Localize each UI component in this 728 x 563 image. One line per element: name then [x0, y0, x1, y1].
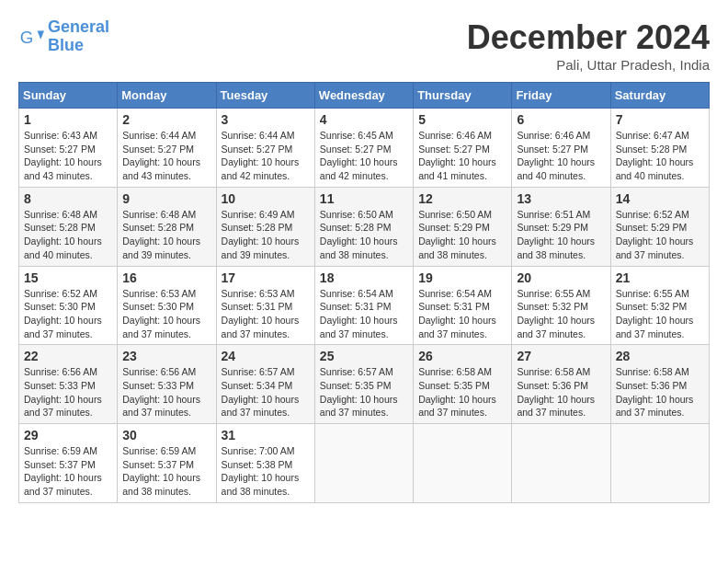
calendar-cell: 16Sunrise: 6:53 AM Sunset: 5:30 PM Dayli… — [118, 266, 216, 345]
day-info: Sunrise: 6:44 AM Sunset: 5:27 PM Dayligh… — [122, 129, 210, 183]
day-number: 8 — [24, 191, 112, 206]
calendar-cell: 2Sunrise: 6:44 AM Sunset: 5:27 PM Daylig… — [118, 109, 216, 188]
day-number: 5 — [418, 112, 506, 127]
day-number: 3 — [222, 112, 310, 127]
day-number: 9 — [122, 191, 210, 206]
day-number: 20 — [517, 270, 605, 285]
day-info: Sunrise: 6:54 AM Sunset: 5:31 PM Dayligh… — [320, 287, 408, 341]
calendar-cell: 27Sunrise: 6:58 AM Sunset: 5:36 PM Dayli… — [512, 345, 610, 424]
day-number: 29 — [24, 428, 112, 442]
day-number: 11 — [320, 191, 408, 206]
calendar-cell: 1Sunrise: 6:43 AM Sunset: 5:27 PM Daylig… — [19, 109, 118, 188]
day-number: 4 — [320, 112, 408, 127]
calendar-cell: 25Sunrise: 6:57 AM Sunset: 5:35 PM Dayli… — [314, 345, 413, 424]
calendar-cell: 24Sunrise: 6:57 AM Sunset: 5:34 PM Dayli… — [216, 345, 314, 424]
calendar-cell: 12Sunrise: 6:50 AM Sunset: 5:29 PM Dayli… — [414, 187, 512, 266]
calendar-cell: 10Sunrise: 6:49 AM Sunset: 5:28 PM Dayli… — [216, 187, 314, 266]
day-info: Sunrise: 6:46 AM Sunset: 5:27 PM Dayligh… — [418, 129, 506, 183]
day-number: 7 — [616, 112, 704, 127]
calendar-cell: 15Sunrise: 6:52 AM Sunset: 5:30 PM Dayli… — [19, 266, 118, 345]
logo: G General Blue — [18, 18, 109, 55]
logo-line1: General — [48, 17, 109, 36]
day-info: Sunrise: 6:49 AM Sunset: 5:28 PM Dayligh… — [222, 208, 310, 262]
day-info: Sunrise: 7:00 AM Sunset: 5:38 PM Dayligh… — [222, 444, 310, 499]
calendar-cell: 21Sunrise: 6:55 AM Sunset: 5:32 PM Dayli… — [610, 266, 709, 345]
calendar-cell — [314, 424, 413, 503]
day-number: 18 — [320, 270, 408, 285]
logo-icon: G — [18, 24, 44, 50]
calendar-cell: 18Sunrise: 6:54 AM Sunset: 5:31 PM Dayli… — [314, 266, 413, 345]
calendar-cell: 28Sunrise: 6:58 AM Sunset: 5:36 PM Dayli… — [610, 345, 709, 424]
calendar-cell: 9Sunrise: 6:48 AM Sunset: 5:28 PM Daylig… — [118, 187, 216, 266]
day-info: Sunrise: 6:52 AM Sunset: 5:30 PM Dayligh… — [24, 287, 112, 341]
day-info: Sunrise: 6:48 AM Sunset: 5:28 PM Dayligh… — [24, 208, 112, 262]
day-info: Sunrise: 6:48 AM Sunset: 5:28 PM Dayligh… — [122, 208, 210, 262]
day-info: Sunrise: 6:43 AM Sunset: 5:27 PM Dayligh… — [24, 129, 112, 183]
svg-text:G: G — [20, 27, 34, 46]
day-info: Sunrise: 6:45 AM Sunset: 5:27 PM Dayligh… — [320, 129, 408, 183]
header-friday: Friday — [512, 83, 610, 109]
header-saturday: Saturday — [610, 83, 709, 109]
day-number: 22 — [24, 349, 112, 363]
calendar-cell — [414, 424, 512, 503]
day-info: Sunrise: 6:57 AM Sunset: 5:35 PM Dayligh… — [320, 365, 408, 419]
title-block: December 2024 Pali, Uttar Pradesh, India — [467, 18, 710, 73]
calendar-cell: 5Sunrise: 6:46 AM Sunset: 5:27 PM Daylig… — [414, 109, 512, 188]
day-number: 16 — [122, 270, 210, 285]
svg-marker-1 — [38, 30, 44, 39]
day-info: Sunrise: 6:59 AM Sunset: 5:37 PM Dayligh… — [24, 444, 112, 499]
day-info: Sunrise: 6:50 AM Sunset: 5:29 PM Dayligh… — [418, 208, 506, 262]
day-number: 19 — [418, 270, 506, 285]
calendar-cell: 13Sunrise: 6:51 AM Sunset: 5:29 PM Dayli… — [512, 187, 610, 266]
day-number: 21 — [616, 270, 704, 285]
month-title: December 2024 — [467, 18, 710, 57]
day-info: Sunrise: 6:53 AM Sunset: 5:31 PM Dayligh… — [222, 287, 310, 341]
calendar-cell: 7Sunrise: 6:47 AM Sunset: 5:28 PM Daylig… — [610, 109, 709, 188]
header-sunday: Sunday — [19, 83, 118, 109]
day-info: Sunrise: 6:58 AM Sunset: 5:35 PM Dayligh… — [418, 365, 506, 419]
calendar-cell: 14Sunrise: 6:52 AM Sunset: 5:29 PM Dayli… — [610, 187, 709, 266]
day-number: 14 — [616, 191, 704, 206]
calendar-cell: 11Sunrise: 6:50 AM Sunset: 5:28 PM Dayli… — [314, 187, 413, 266]
day-info: Sunrise: 6:55 AM Sunset: 5:32 PM Dayligh… — [517, 287, 605, 341]
calendar-cell: 29Sunrise: 6:59 AM Sunset: 5:37 PM Dayli… — [19, 424, 118, 503]
day-info: Sunrise: 6:58 AM Sunset: 5:36 PM Dayligh… — [616, 365, 704, 419]
day-info: Sunrise: 6:58 AM Sunset: 5:36 PM Dayligh… — [517, 365, 605, 419]
day-info: Sunrise: 6:53 AM Sunset: 5:30 PM Dayligh… — [122, 287, 210, 341]
day-info: Sunrise: 6:55 AM Sunset: 5:32 PM Dayligh… — [616, 287, 704, 341]
day-number: 12 — [418, 191, 506, 206]
day-number: 31 — [222, 428, 310, 442]
day-info: Sunrise: 6:54 AM Sunset: 5:31 PM Dayligh… — [418, 287, 506, 341]
day-number: 15 — [24, 270, 112, 285]
calendar-cell: 26Sunrise: 6:58 AM Sunset: 5:35 PM Dayli… — [414, 345, 512, 424]
day-info: Sunrise: 6:51 AM Sunset: 5:29 PM Dayligh… — [517, 208, 605, 262]
logo-text: General Blue — [48, 18, 109, 55]
calendar-week-1: 1Sunrise: 6:43 AM Sunset: 5:27 PM Daylig… — [19, 109, 710, 188]
calendar-week-4: 22Sunrise: 6:56 AM Sunset: 5:33 PM Dayli… — [19, 345, 710, 424]
calendar-cell: 17Sunrise: 6:53 AM Sunset: 5:31 PM Dayli… — [216, 266, 314, 345]
calendar-cell: 23Sunrise: 6:56 AM Sunset: 5:33 PM Dayli… — [118, 345, 216, 424]
calendar-cell — [610, 424, 709, 503]
calendar-cell: 8Sunrise: 6:48 AM Sunset: 5:28 PM Daylig… — [19, 187, 118, 266]
header-monday: Monday — [118, 83, 216, 109]
day-number: 23 — [122, 349, 210, 363]
calendar-cell: 31Sunrise: 7:00 AM Sunset: 5:38 PM Dayli… — [216, 424, 314, 503]
page-header: G General Blue December 2024 Pali, Uttar… — [18, 18, 710, 73]
day-number: 26 — [418, 349, 506, 363]
day-number: 17 — [222, 270, 310, 285]
day-info: Sunrise: 6:59 AM Sunset: 5:37 PM Dayligh… — [122, 444, 210, 499]
day-number: 2 — [122, 112, 210, 127]
day-number: 28 — [616, 349, 704, 363]
calendar-cell: 3Sunrise: 6:44 AM Sunset: 5:27 PM Daylig… — [216, 109, 314, 188]
calendar-table: SundayMondayTuesdayWednesdayThursdayFrid… — [18, 82, 710, 503]
day-number: 6 — [517, 112, 605, 127]
day-number: 24 — [222, 349, 310, 363]
header-tuesday: Tuesday — [216, 83, 314, 109]
day-number: 27 — [517, 349, 605, 363]
calendar-cell: 6Sunrise: 6:46 AM Sunset: 5:27 PM Daylig… — [512, 109, 610, 188]
day-number: 25 — [320, 349, 408, 363]
calendar-week-2: 8Sunrise: 6:48 AM Sunset: 5:28 PM Daylig… — [19, 187, 710, 266]
day-number: 10 — [222, 191, 310, 206]
day-info: Sunrise: 6:46 AM Sunset: 5:27 PM Dayligh… — [517, 129, 605, 183]
header-thursday: Thursday — [414, 83, 512, 109]
